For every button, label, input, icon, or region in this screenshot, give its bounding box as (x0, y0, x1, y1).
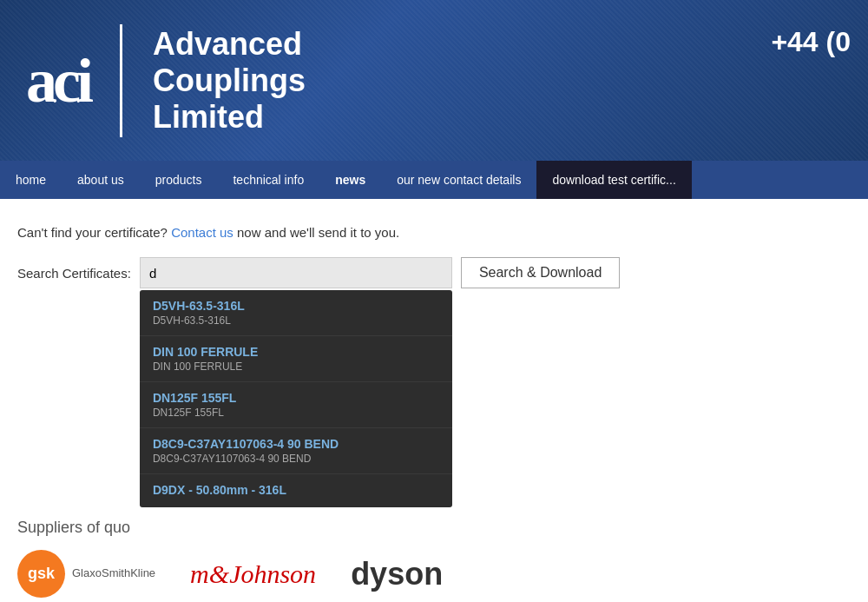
dropdown-item-title-1: DIN 100 FERRULE (153, 345, 439, 359)
gsk-circle: gsk (17, 550, 65, 598)
logo-line1: Advanced (153, 26, 306, 63)
main-nav: home about us products technical info ne… (0, 161, 868, 199)
dropdown-item-title-2: DN125F 155FL (153, 391, 439, 405)
dropdown-item-subtitle-0: D5VH-63.5-316L (153, 314, 439, 327)
jj-logo: m&Johnson (190, 559, 316, 589)
page-header: a.c.i Advanced Couplings Limited +44 (0 (0, 0, 868, 161)
search-dropdown: D5VH-63.5-316L D5VH-63.5-316L DIN 100 FE… (140, 290, 452, 507)
dropdown-item-4[interactable]: D9DX - 50.80mm - 316L (140, 474, 452, 507)
logo-text: Advanced Couplings Limited (153, 26, 306, 136)
suppliers-section: Suppliers of quo gsk GlaxoSmithKline m&J… (17, 506, 851, 602)
nav-item-news[interactable]: news (319, 161, 381, 199)
logo-line3: Limited (153, 99, 306, 136)
dropdown-item-2[interactable]: DN125F 155FL DN125F 155FL (140, 382, 452, 428)
dropdown-item-subtitle-3: D8C9-C37AY1107063-4 90 BEND (153, 453, 439, 465)
jj-text: m (190, 559, 209, 588)
search-button[interactable]: Search & Download (461, 257, 620, 288)
jj-amp: & (209, 559, 229, 588)
dropdown-item-subtitle-1: DIN 100 FERRULE (153, 361, 439, 373)
dropdown-item-0[interactable]: D5VH-63.5-316L D5VH-63.5-316L (140, 290, 452, 336)
contact-link[interactable]: Contact us (171, 225, 233, 240)
cant-find-prefix: Can't find your certificate? (17, 225, 168, 240)
suppliers-logos: gsk GlaxoSmithKline m&Johnson dyson (17, 550, 851, 598)
nav-item-contact[interactable]: our new contact details (381, 161, 536, 199)
search-input-wrapper: D5VH-63.5-316L D5VH-63.5-316L DIN 100 FE… (140, 257, 452, 288)
gsk-logo: gsk GlaxoSmithKline (17, 550, 155, 598)
dropdown-item-title-3: D8C9-C37AY1107063-4 90 BEND (153, 437, 439, 451)
dropdown-item-1[interactable]: DIN 100 FERRULE DIN 100 FERRULE (140, 336, 452, 382)
nav-item-download[interactable]: download test certific... (536, 161, 691, 199)
header-phone: +44 (0 (771, 26, 851, 58)
cant-find-text: Can't find your certificate? Contact us … (17, 225, 851, 240)
dropdown-item-title-0: D5VH-63.5-316L (153, 299, 439, 313)
dyson-logo: dyson (351, 556, 443, 592)
nav-item-home[interactable]: home (0, 161, 62, 199)
cant-find-suffix: now and we'll send it to you. (237, 225, 399, 240)
logo-divider (120, 24, 122, 137)
dropdown-item-subtitle-2: DN125F 155FL (153, 407, 439, 419)
dropdown-item-3[interactable]: D8C9-C37AY1107063-4 90 BEND D8C9-C37AY11… (140, 428, 452, 474)
logo-line2: Couplings (153, 63, 306, 99)
suppliers-heading: Suppliers of quo (17, 519, 851, 537)
nav-item-products[interactable]: products (140, 161, 218, 199)
main-content: Can't find your certificate? Contact us … (0, 199, 868, 602)
search-input[interactable] (140, 257, 452, 288)
logo-letters: a.c.i (26, 50, 89, 112)
search-label: Search Certificates: (17, 266, 131, 281)
search-row: Search Certificates: D5VH-63.5-316L D5VH… (17, 257, 851, 288)
gsk-name: GlaxoSmithKline (72, 566, 155, 581)
logo-area: a.c.i Advanced Couplings Limited (26, 24, 306, 137)
suppliers-heading-text: Suppliers of quo (17, 519, 130, 536)
nav-item-about-us[interactable]: about us (62, 161, 140, 199)
nav-item-technical-info[interactable]: technical info (217, 161, 319, 199)
jj-j: Johnson (229, 559, 316, 588)
dropdown-item-title-4: D9DX - 50.80mm - 316L (153, 483, 439, 497)
